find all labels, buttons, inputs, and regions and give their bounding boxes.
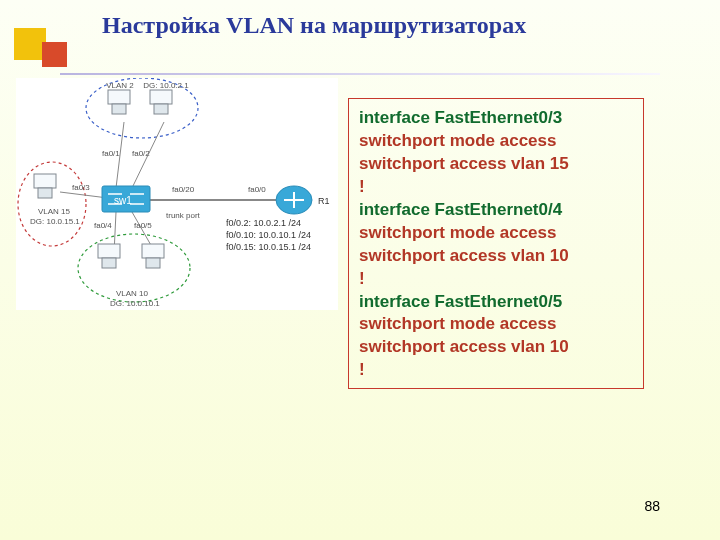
switch-label: sw1 — [114, 195, 132, 206]
svg-text:f0/0.2:  10.0.2.1 /24: f0/0.2: 10.0.2.1 /24 — [226, 218, 301, 228]
svg-rect-19 — [150, 90, 172, 104]
svg-rect-25 — [142, 244, 164, 258]
code-line: switchport access vlan 15 — [359, 153, 633, 176]
code-line: ! — [359, 268, 633, 291]
code-line: switchport mode access — [359, 222, 633, 245]
code-line: switchport mode access — [359, 313, 633, 336]
svg-rect-24 — [102, 258, 116, 268]
svg-text:DG: 10.0.10.1: DG: 10.0.10.1 — [110, 299, 160, 308]
code-line: interface FastEthernet0/5 — [359, 291, 633, 314]
svg-text:DG: 10.0.2.1: DG: 10.0.2.1 — [143, 81, 189, 90]
code-line: switchport access vlan 10 — [359, 245, 633, 268]
code-line: ! — [359, 176, 633, 199]
svg-text:fa0/3: fa0/3 — [72, 183, 90, 192]
divider — [60, 73, 660, 75]
svg-rect-21 — [34, 174, 56, 188]
svg-text:fa0/2: fa0/2 — [132, 149, 150, 158]
code-line: interface FastEthernet0/3 — [359, 107, 633, 130]
page-title: Настройка VLAN на маршрутизаторах — [102, 12, 526, 39]
svg-text:f0/0.15: 10.0.15.1 /24: f0/0.15: 10.0.15.1 /24 — [226, 242, 311, 252]
svg-rect-17 — [108, 90, 130, 104]
svg-text:fa0/4: fa0/4 — [94, 221, 112, 230]
svg-rect-23 — [98, 244, 120, 258]
svg-text:fa0/1: fa0/1 — [102, 149, 120, 158]
svg-rect-20 — [154, 104, 168, 114]
page-number: 88 — [644, 498, 660, 514]
svg-rect-22 — [38, 188, 52, 198]
code-line: ! — [359, 359, 633, 382]
decor-square-red — [42, 42, 67, 67]
svg-line-5 — [60, 192, 108, 198]
svg-text:trunk port: trunk port — [166, 211, 201, 220]
svg-text:DG: 10.0.15.1: DG: 10.0.15.1 — [30, 217, 80, 226]
svg-text:VLAN 10: VLAN 10 — [116, 289, 149, 298]
code-line: switchport access vlan 10 — [359, 336, 633, 359]
svg-text:VLAN 15: VLAN 15 — [38, 207, 71, 216]
network-diagram: sw1 R1 VLAN 2 DG: 10.0.2.1 VLAN 15 DG: 1… — [16, 78, 338, 310]
svg-rect-18 — [112, 104, 126, 114]
config-box: interface FastEthernet0/3 switchport mod… — [348, 98, 644, 389]
svg-text:fa0/5: fa0/5 — [134, 221, 152, 230]
svg-text:fa0/20: fa0/20 — [172, 185, 195, 194]
svg-rect-26 — [146, 258, 160, 268]
svg-text:fa0/0: fa0/0 — [248, 185, 266, 194]
svg-text:VLAN 2: VLAN 2 — [106, 81, 134, 90]
code-line: interface FastEthernet0/4 — [359, 199, 633, 222]
router-label: R1 — [318, 196, 330, 206]
svg-text:f0/0.10: 10.0.10.1 /24: f0/0.10: 10.0.10.1 /24 — [226, 230, 311, 240]
code-line: switchport mode access — [359, 130, 633, 153]
slide: Настройка VLAN на маршрутизаторах sw1 R1 — [0, 0, 720, 540]
